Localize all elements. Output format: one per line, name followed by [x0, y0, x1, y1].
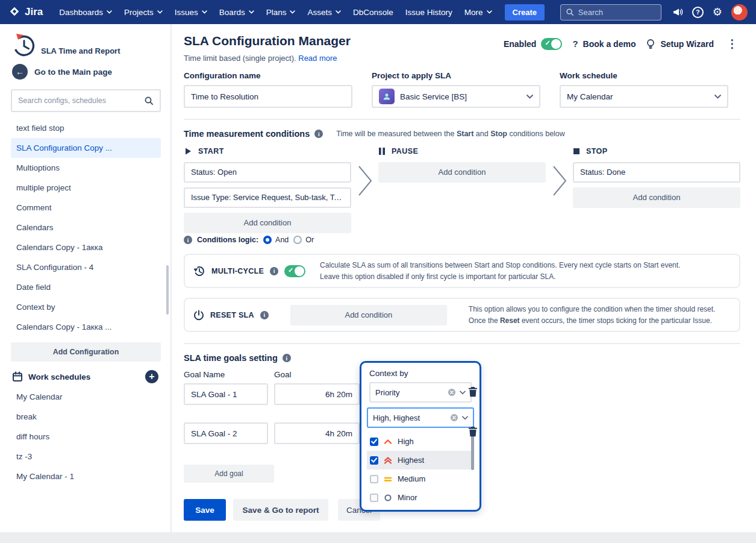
nav-item-more[interactable]: More — [459, 0, 498, 24]
add-schedule-button[interactable]: + — [145, 370, 158, 383]
more-options-menu[interactable]: ⋮ — [724, 37, 740, 51]
work-schedules-header: Work schedules + — [12, 370, 161, 383]
dropdown-option-minor[interactable]: Minor — [367, 488, 474, 507]
schedule-item[interactable]: My Calendar - 1 — [11, 466, 161, 486]
add-configuration-button[interactable]: Add Configuration — [11, 342, 161, 362]
info-icon[interactable] — [283, 354, 291, 362]
config-item[interactable]: multiple project — [11, 178, 161, 198]
context-values-select[interactable]: High, Highest — [367, 407, 474, 428]
delete-goal-button[interactable] — [467, 425, 479, 438]
nav-item-issues[interactable]: Issues — [169, 0, 213, 24]
dropdown-option-medium[interactable]: Medium — [367, 469, 474, 488]
context-field-select[interactable]: Priority — [369, 382, 472, 403]
info-icon[interactable] — [184, 236, 192, 244]
config-item[interactable]: Calendars — [11, 218, 161, 237]
nav-item-assets[interactable]: Assets — [302, 0, 346, 24]
pause-add-condition-button[interactable]: Add condition — [378, 162, 546, 183]
divider — [184, 343, 740, 344]
config-item[interactable]: text field stop — [11, 118, 161, 138]
avatar[interactable] — [731, 4, 748, 20]
config-item[interactable]: Context by — [11, 297, 161, 317]
dropdown-scrollbar[interactable] — [471, 434, 474, 470]
delete-goal-button[interactable] — [467, 386, 479, 398]
work-schedules-title: Work schedules — [28, 372, 90, 381]
chevron-down-icon — [526, 95, 533, 99]
save-button[interactable]: Save — [184, 499, 226, 521]
app-name: SLA Time and Report — [41, 46, 120, 58]
schedule-select[interactable]: My Calendar — [560, 85, 728, 108]
checkbox-unchecked[interactable] — [370, 494, 378, 502]
context-values-value: High, Highest — [373, 413, 420, 422]
schedule-item[interactable]: tz -3 — [11, 447, 161, 466]
enabled-toggle[interactable] — [541, 38, 562, 50]
clear-icon[interactable] — [448, 388, 456, 397]
config-item[interactable]: Comment — [11, 198, 161, 218]
sidebar-scrollbar[interactable] — [166, 265, 169, 315]
page-subtitle: Time limit based (single project). Read … — [184, 54, 351, 63]
nav-item-plans[interactable]: Plans — [261, 0, 301, 24]
info-icon[interactable] — [314, 130, 323, 138]
add-goal-button[interactable]: Add goal — [184, 465, 274, 483]
go-to-main-page[interactable]: ← Go to the Main page — [12, 64, 161, 80]
nav-item-dbconsole[interactable]: DbConsole — [348, 0, 399, 24]
goal-name-input[interactable] — [184, 383, 268, 405]
conditions-columns: START Status: Open Issue Type: Service R… — [184, 146, 740, 233]
book-a-demo-button[interactable]: ? Book a demo — [572, 39, 636, 49]
help-icon[interactable]: ? — [692, 7, 704, 18]
setup-wizard-button[interactable]: Setup Wizard — [646, 39, 714, 49]
announcement-icon[interactable] — [672, 7, 683, 17]
multi-cycle-toggle[interactable] — [284, 265, 305, 277]
config-item[interactable]: Multioptions — [11, 158, 161, 178]
logic-or-option[interactable]: Or — [293, 236, 314, 244]
save-and-go-to-report-button[interactable]: Save & Go to report — [233, 499, 328, 521]
global-search-input[interactable] — [578, 8, 656, 17]
nav-item-projects[interactable]: Projects — [119, 0, 168, 24]
schedule-item[interactable]: diff hours — [11, 427, 161, 447]
create-button[interactable]: Create — [505, 4, 545, 20]
radio-or[interactable] — [293, 236, 302, 244]
goal-value-input[interactable] — [274, 422, 360, 444]
config-name-input[interactable] — [184, 85, 352, 108]
gear-icon[interactable]: ⚙ — [713, 7, 722, 17]
config-item[interactable]: SLA Configuration - 4 — [11, 257, 161, 277]
nav-item-issue-history[interactable]: Issue History — [400, 0, 458, 24]
start-condition-chip[interactable]: Status: Open — [184, 162, 351, 183]
config-item-selected[interactable]: SLA Configuration Copy ... — [11, 138, 161, 158]
back-label: Go to the Main page — [34, 67, 112, 77]
config-item[interactable]: Calendars Copy - 1акка — [11, 237, 161, 257]
main-content: SLA Configuration Manager Time limit bas… — [173, 24, 756, 532]
goal-name-input[interactable] — [184, 422, 268, 444]
checkbox-checked[interactable] — [370, 456, 378, 465]
goal-value-input[interactable] — [274, 383, 360, 405]
nav-item-dashboards[interactable]: Dashboards — [54, 0, 117, 24]
start-add-condition-button[interactable]: Add condition — [184, 213, 351, 233]
stop-add-condition-button[interactable]: Add condition — [573, 187, 740, 208]
start-condition-chip[interactable]: Issue Type: Service Request, Sub-task, T… — [184, 187, 351, 208]
project-avatar — [379, 89, 395, 104]
dropdown-option-high[interactable]: High — [367, 432, 474, 451]
sidebar-search[interactable] — [11, 89, 161, 112]
logic-and-option[interactable]: And — [263, 236, 289, 244]
checkbox-checked[interactable] — [370, 438, 378, 446]
jira-logo[interactable]: Jira — [8, 6, 43, 18]
clear-icon[interactable] — [450, 413, 458, 422]
chevron-down-icon[interactable] — [462, 416, 468, 420]
dropdown-option-highest[interactable]: Highest — [367, 451, 474, 469]
sidebar-search-input[interactable] — [18, 96, 144, 105]
radio-and[interactable] — [263, 236, 272, 244]
config-item[interactable]: Date field — [11, 277, 161, 297]
nav-item-boards[interactable]: Boards — [214, 0, 260, 24]
info-icon[interactable] — [270, 267, 278, 275]
checkbox-unchecked[interactable] — [370, 475, 378, 483]
info-icon[interactable] — [260, 311, 269, 319]
project-select[interactable]: Basic Service [BS] — [372, 85, 540, 108]
chevron-down-icon — [249, 10, 254, 14]
schedule-item[interactable]: My Calendar — [11, 387, 161, 407]
schedule-item[interactable]: break — [11, 407, 161, 427]
chevron-down-icon[interactable] — [460, 391, 466, 395]
reset-add-condition-button[interactable]: Add condition — [290, 305, 447, 325]
config-item[interactable]: Calendars Copy - 1акка ... — [11, 317, 161, 337]
global-search[interactable] — [560, 4, 661, 20]
read-more-link[interactable]: Read more — [298, 54, 337, 63]
stop-condition-chip[interactable]: Status: Done — [573, 162, 740, 183]
